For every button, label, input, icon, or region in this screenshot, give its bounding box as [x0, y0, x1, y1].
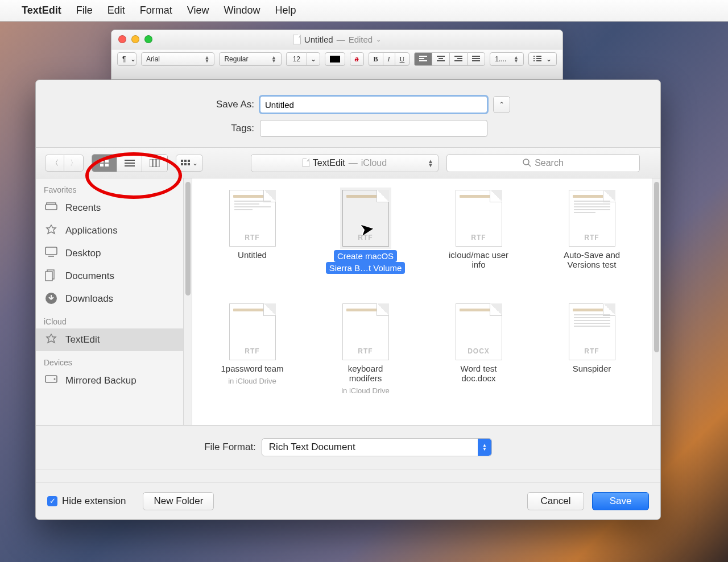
search-placeholder: Search — [535, 158, 564, 168]
sidebar-scrollbar[interactable] — [184, 178, 192, 425]
new-folder-button[interactable]: New Folder — [143, 492, 214, 510]
search-icon — [523, 159, 531, 167]
menubar-help[interactable]: Help — [275, 5, 296, 16]
title-chevron-icon[interactable]: ⌄ — [376, 36, 381, 43]
file-browser: Favorites Recents Applications Desktop D… — [36, 178, 660, 426]
sidebar-item-mirrored-backup[interactable]: Mirrored Backup — [36, 369, 183, 392]
hide-extension-label: Hide extension — [62, 496, 126, 507]
file-item[interactable]: RTF Sunspider — [539, 303, 645, 417]
traffic-lights — [118, 35, 152, 43]
underline-button[interactable]: U — [395, 52, 410, 66]
file-icon: RTF — [229, 303, 276, 360]
italic-button[interactable]: I — [383, 52, 395, 66]
sidebar-item-downloads[interactable]: Downloads — [36, 288, 183, 310]
svg-rect-8 — [184, 160, 187, 162]
window-minimize-button[interactable] — [131, 35, 139, 43]
svg-point-13 — [523, 159, 529, 165]
window-title[interactable]: Untitled — Edited ⌄ — [293, 35, 381, 44]
file-item[interactable]: RTF Auto-Save and Versions test — [539, 190, 645, 303]
file-ext-label: RTF — [471, 234, 486, 242]
chevron-down-icon: ⌄ — [130, 55, 136, 63]
stepper-arrows-icon: ▲▼ — [514, 56, 519, 63]
align-center-button[interactable] — [432, 52, 449, 66]
strikethrough-icon: a — [355, 55, 359, 63]
view-list-button[interactable] — [117, 155, 142, 172]
menubar-app[interactable]: TextEdit — [22, 5, 61, 16]
file-item[interactable]: RTF Untitled — [199, 190, 305, 303]
applications-icon — [45, 333, 59, 347]
location-popup[interactable]: TextEdit — iCloud ▲▼ — [251, 154, 439, 172]
list-icon — [533, 56, 541, 63]
location-icon — [303, 159, 309, 167]
list-style-popup[interactable]: ⌄ — [528, 52, 557, 66]
hide-extension-checkbox[interactable]: ✓ — [47, 496, 57, 506]
search-field[interactable]: Search — [446, 154, 640, 172]
file-ext-label: RTF — [358, 347, 373, 355]
file-grid[interactable]: RTF Untitled RTF Create macOS Sierra B…t… — [192, 178, 652, 425]
line-spacing-value: 1.... — [495, 55, 506, 63]
nav-forward-button[interactable]: 〉 — [64, 155, 84, 172]
file-item[interactable]: RTF icloud/mac user info — [425, 190, 532, 303]
menubar-view[interactable]: View — [187, 5, 209, 16]
sidebar-item-applications[interactable]: Applications — [36, 219, 183, 242]
group-by-popup[interactable]: ⌄ — [176, 155, 203, 172]
dialog-buttons: ✓ Hide extension New Folder Cancel Save — [36, 482, 660, 519]
nav-buttons: 〈 〉 — [45, 155, 84, 172]
save-button[interactable]: Save — [592, 492, 649, 510]
sidebar-item-recents[interactable]: Recents — [36, 197, 183, 219]
svg-rect-1 — [105, 160, 109, 163]
file-item[interactable]: RTF 1password team in iCloud Drive — [199, 303, 305, 417]
font-weight-popup[interactable]: Regular▲▼ — [219, 52, 281, 66]
menubar-window[interactable]: Window — [224, 5, 260, 16]
title-filename: Untitled — [304, 35, 333, 44]
file-icon: RTF — [569, 190, 615, 247]
save-as-input[interactable] — [260, 96, 487, 113]
font-size-stepper[interactable]: ⌄ — [307, 52, 320, 66]
location-where: iCloud — [361, 158, 387, 168]
file-ext-label: RTF — [584, 347, 599, 355]
tags-input[interactable] — [260, 120, 487, 137]
nav-back-button[interactable]: 〈 — [45, 155, 64, 172]
bold-button[interactable]: B — [369, 52, 383, 66]
scroll-thumb[interactable] — [654, 182, 659, 352]
view-columns-button[interactable] — [142, 155, 167, 172]
window-titlebar[interactable]: Untitled — Edited ⌄ — [111, 30, 562, 49]
sidebar-item-textedit[interactable]: TextEdit — [36, 328, 183, 351]
file-item[interactable]: RTF keyboard modifers in iCloud Drive — [312, 303, 419, 417]
sidebar-item-desktop[interactable]: Desktop — [36, 242, 183, 265]
menubar-file[interactable]: File — [76, 5, 93, 16]
file-ext-label: RTF — [584, 234, 599, 242]
sheet-lower: File Format: Rich Text Document ▲▼ ✓ Hid… — [36, 426, 660, 519]
paragraph-style-popup[interactable]: ¶⌄ — [117, 52, 136, 66]
menubar-edit[interactable]: Edit — [107, 5, 125, 16]
file-format-popup[interactable]: Rich Text Document ▲▼ — [262, 438, 492, 456]
collapse-sheet-button[interactable]: ⌃ — [493, 96, 510, 113]
window-zoom-button[interactable] — [144, 35, 152, 43]
stepper-arrows-icon: ▲▼ — [271, 56, 276, 63]
sidebar-item-documents[interactable]: Documents — [36, 265, 183, 288]
sidebar-item-label: Mirrored Backup — [65, 375, 136, 386]
svg-rect-7 — [181, 160, 183, 162]
menubar-format[interactable]: Format — [140, 5, 172, 16]
window-close-button[interactable] — [118, 35, 126, 43]
chevron-down-icon: ⌄ — [546, 55, 552, 63]
align-justify-button[interactable] — [467, 52, 485, 66]
font-family-popup[interactable]: Arial▲▼ — [141, 52, 214, 66]
divider — [36, 469, 660, 469]
align-right-button[interactable] — [449, 52, 467, 66]
line-spacing-popup[interactable]: 1....▲▼ — [490, 52, 524, 66]
finder-toolbar: 〈 〉 ⌄ TextEdit — iCloud ▲▼ S — [36, 148, 660, 178]
view-icons-button[interactable] — [92, 155, 117, 172]
sheet-header: Save As: ⌃ Tags: — [36, 80, 660, 147]
scroll-thumb[interactable] — [185, 182, 191, 295]
align-left-button[interactable] — [414, 52, 432, 66]
text-color-button[interactable] — [325, 52, 345, 66]
svg-rect-9 — [188, 160, 190, 162]
file-name-line: Sierra B…t Volume — [326, 262, 406, 274]
file-item-selected[interactable]: RTF Create macOS Sierra B…t Volume — [312, 190, 419, 303]
cancel-button[interactable]: Cancel — [527, 492, 584, 510]
strikethrough-button[interactable]: a — [350, 52, 364, 66]
grid-scrollbar[interactable] — [652, 178, 660, 425]
file-item[interactable]: DOCX Word test doc.docx — [425, 303, 532, 417]
font-size-field[interactable]: 12 — [286, 52, 307, 66]
